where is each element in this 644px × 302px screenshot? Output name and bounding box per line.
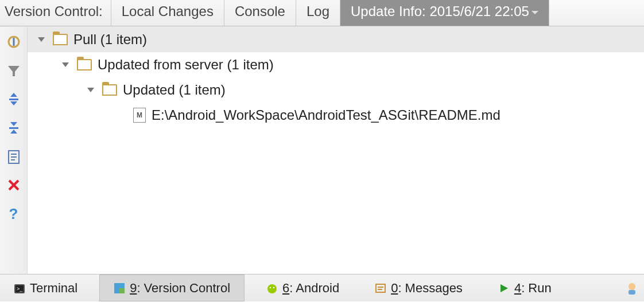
tab-console[interactable]: Console [224,0,296,26]
tree-label: E:\Android_WorkSpace\AndroidTest_ASGit\R… [152,107,501,123]
toolwindow-label: 4: Run [514,281,552,296]
folder-icon [77,59,92,70]
tree-node-updated[interactable]: Updated (1 item) [28,77,644,103]
tree-node-file-readme[interactable]: M E:\Android_WorkSpace\AndroidTest_ASGit… [28,103,644,128]
side-toolbar: ? [0,27,28,274]
svg-marker-2 [8,66,20,76]
toolwindow-label: 9: Version Control [130,281,230,296]
toolwindow-run[interactable]: 4: Run [484,274,565,301]
assist-icon [624,281,639,296]
toolwindow-android[interactable]: 6: Android [253,274,353,301]
tree-label: Updated from server (1 item) [98,57,274,73]
tree-node-pull[interactable]: Pull (1 item) [28,27,644,52]
tree-node-updated-from-server[interactable]: Updated from server (1 item) [28,52,644,77]
svg-rect-7 [9,127,18,129]
chevron-down-icon [62,62,69,67]
svg-rect-23 [376,284,385,292]
svg-rect-19 [119,288,125,293]
expand-all-icon[interactable] [5,90,23,108]
svg-marker-26 [501,284,508,292]
svg-point-22 [273,287,275,288]
tab-local-changes[interactable]: Local Changes [111,0,224,26]
terminal-icon: >_ [14,283,25,294]
chevron-down-icon [87,88,94,92]
svg-marker-5 [10,101,17,105]
run-icon [498,283,510,294]
svg-marker-8 [10,130,17,134]
messages-icon [375,283,386,294]
chevron-down-icon [38,37,45,42]
panel-title: Version Control: [0,0,111,26]
main-area: ? Pull (1 item) Updated from server (1 i… [0,26,644,274]
close-icon[interactable] [5,176,23,194]
tree-label: Pull (1 item) [73,32,147,48]
tab-update-info[interactable]: Update Info: 2015/6/21 22:05 [340,0,549,26]
assist-icon-button[interactable] [620,274,644,301]
svg-point-27 [629,283,635,290]
tab-update-info-label: Update Info: 2015/6/21 22:05 [351,3,529,19]
tab-log[interactable]: Log [296,0,340,26]
bottom-toolwindow-bar: >_ Terminal 9: Version Control 6: Androi… [0,274,644,301]
group-icon[interactable] [5,33,23,51]
collapse-all-icon[interactable] [5,119,23,137]
toolwindow-label: Terminal [30,281,77,296]
vcs-icon [114,283,125,294]
svg-rect-4 [9,99,18,100]
toolwindow-messages[interactable]: 0: Messages [361,274,476,301]
toolwindow-label: 6: Android [282,281,339,296]
chevron-down-icon [532,11,538,14]
filter-icon[interactable] [5,61,23,80]
tree-label: Updated (1 item) [123,82,226,98]
toolwindow-version-control[interactable]: 9: Version Control [99,274,245,301]
version-control-tabbar: Version Control: Local Changes Console L… [0,0,644,26]
svg-marker-3 [10,93,17,97]
markdown-file-icon: M [133,108,146,123]
svg-text:>_: >_ [17,286,23,292]
svg-rect-28 [629,290,635,295]
update-tree: Pull (1 item) Updated from server (1 ite… [28,27,644,274]
svg-point-20 [267,284,277,293]
android-icon [266,283,278,294]
folder-icon [53,34,68,45]
clipboard-icon[interactable] [5,147,23,166]
toolwindow-terminal[interactable]: >_ Terminal [0,274,91,301]
toolwindow-label: 0: Messages [391,281,463,296]
help-icon[interactable]: ? [5,205,23,223]
svg-marker-6 [10,122,17,126]
svg-point-21 [270,287,271,288]
folder-icon [102,84,117,96]
